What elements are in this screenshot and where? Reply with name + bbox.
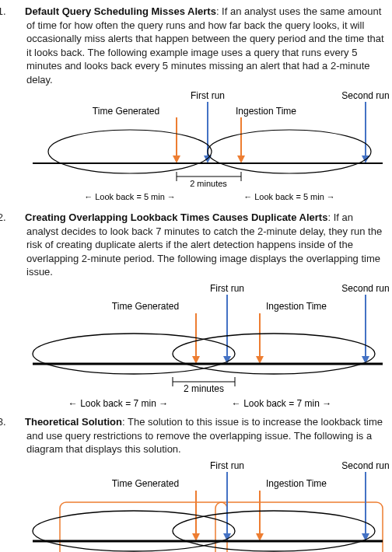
lookback-ellipse-1 xyxy=(33,511,235,551)
lookback-ellipse-1 xyxy=(33,334,235,374)
lookback-left-label: ← Look back = 7 min → xyxy=(68,398,168,409)
item-number: 1.1. xyxy=(8,5,25,19)
figure-2: First run Second run Time Generated Inge… xyxy=(8,282,384,411)
arrowhead-icon xyxy=(173,155,180,163)
arrowhead-icon xyxy=(204,155,212,163)
ingestion-time-label: Ingestion Time xyxy=(236,106,296,117)
time-generated-label: Time Generated xyxy=(112,478,179,489)
list-item-1-3: 1.3.Theoretical Solution: The solution t… xyxy=(8,415,384,456)
arrowhead-icon xyxy=(237,155,245,163)
second-run-label: Second run xyxy=(341,460,389,471)
second-run-label: Second run xyxy=(341,90,389,101)
item-body: : If an analyst uses the same amount of … xyxy=(26,5,384,86)
list-item-1-1: 1.1.Default Query Scheduling Misses Aler… xyxy=(8,5,384,86)
item-number: 1.3. xyxy=(8,415,25,429)
page: 1.1.Default Query Scheduling Misses Aler… xyxy=(0,0,392,552)
ingestion-time-label: Ingestion Time xyxy=(266,301,327,312)
item-title: Creating Overlapping Lookback Times Caus… xyxy=(25,211,327,223)
time-generated-label: Time Generated xyxy=(93,106,159,117)
first-run-label: First run xyxy=(210,283,244,294)
first-run-label: First run xyxy=(210,460,244,471)
ingestion-time-label: Ingestion Time xyxy=(266,478,327,489)
first-run-label: First run xyxy=(191,90,225,101)
two-minutes-label: 2 minutes xyxy=(190,179,227,188)
figure-1: First run Second run Time Generated Inge… xyxy=(8,89,384,206)
second-run-label: Second run xyxy=(341,283,389,294)
lookback-left-label: ← Look back = 5 min → xyxy=(84,192,176,201)
lookback-ellipse-1 xyxy=(48,130,212,173)
lookback-ellipse-2 xyxy=(173,511,375,551)
lookback-right-label: ← Look back = 7 min → xyxy=(232,398,331,409)
list-item-1-2: 1.2.Creating Overlapping Lookback Times … xyxy=(8,211,384,279)
lookback-ellipse-2 xyxy=(173,334,375,374)
item-title: Default Query Scheduling Misses Alerts xyxy=(25,5,216,17)
two-minutes-label: 2 minutes xyxy=(184,383,224,394)
figure-3: First run Second run Time Generated Inge… xyxy=(8,459,384,552)
time-generated-label: Time Generated xyxy=(112,301,179,312)
lookback-right-label: ← Look back = 5 min → xyxy=(243,192,335,201)
lookback-ellipse-2 xyxy=(208,130,371,173)
item-number: 1.2. xyxy=(8,211,25,225)
restriction-box-right xyxy=(215,502,383,552)
item-title: Theoretical Solution xyxy=(25,416,122,428)
